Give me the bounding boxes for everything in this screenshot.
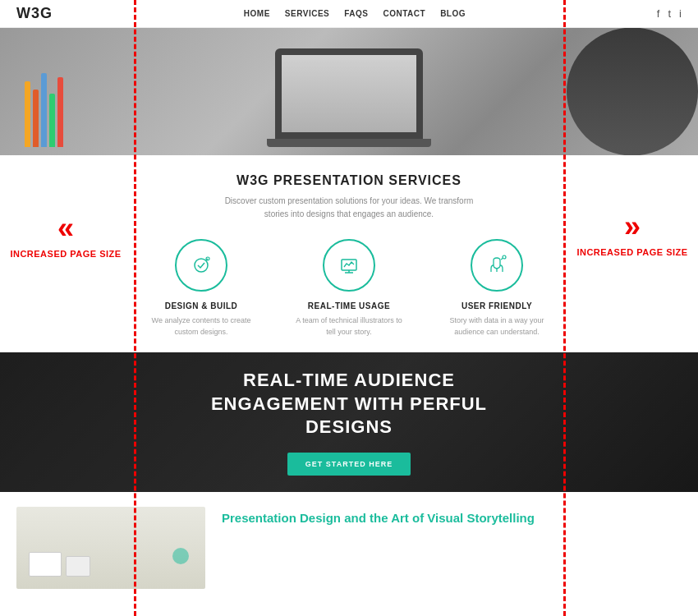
- realtime-usage-desc: A team of technical illustrators to tell…: [292, 315, 406, 338]
- hero-laptop: [267, 48, 431, 155]
- design-build-title: DESIGN & BUILD: [165, 301, 238, 310]
- userfriendly-desc: Story with data in a way your audience c…: [439, 315, 554, 338]
- hero-background: [0, 28, 698, 155]
- service-card-design: DESIGN & BUILD We analyze contents to cr…: [144, 239, 259, 338]
- blog-title: Presentation Design and the Art of Visua…: [222, 510, 682, 526]
- blog-image: [16, 507, 205, 589]
- laptop-screen: [275, 48, 423, 139]
- blog-image-object1: [29, 552, 62, 577]
- svg-point-0: [195, 259, 208, 272]
- nav-home[interactable]: HOME: [244, 9, 270, 18]
- blog-section: Presentation Design and the Art of Visua…: [0, 492, 698, 604]
- left-dashed-line: [134, 0, 136, 616]
- hero-pencils: [25, 73, 63, 147]
- services-title: W3G PRESENTATION SERVICES: [16, 173, 682, 188]
- design-build-icon: [190, 254, 213, 277]
- left-arrow-icon: «: [57, 214, 74, 243]
- realtime-usage-icon: [338, 254, 360, 277]
- design-icon-circle: [175, 239, 227, 292]
- design-build-desc: We analyze contents to create custom des…: [144, 315, 259, 338]
- facebook-icon[interactable]: f: [657, 7, 660, 20]
- blog-image-accent: [172, 548, 189, 564]
- nav-contact[interactable]: CONTACT: [383, 9, 425, 18]
- realtime-usage-title: REAL-TIME USAGE: [308, 301, 390, 310]
- nav-faqs[interactable]: FAQS: [344, 9, 368, 18]
- svg-point-7: [503, 255, 506, 259]
- dark-cta-section: REAL-TIME AUDIENCE ENGAGEMENT WITH PERFU…: [0, 352, 698, 492]
- hero-person-silhouette: [534, 28, 698, 155]
- social-icons: f t i: [657, 7, 682, 20]
- main-nav: HOME SERVICES FAQS CONTACT BLOG: [244, 9, 466, 18]
- right-dashed-line: [563, 0, 566, 616]
- laptop-base: [267, 139, 431, 147]
- right-page-size-indicator: » INCREASED PAGE SIZE: [567, 212, 698, 258]
- dark-section-title: REAL-TIME AUDIENCE ENGAGEMENT WITH PERFU…: [177, 369, 521, 439]
- twitter-icon[interactable]: t: [668, 7, 671, 20]
- site-header: W3G HOME SERVICES FAQS CONTACT BLOG f t …: [0, 0, 698, 28]
- get-started-button[interactable]: GET STARTED HERE: [287, 453, 411, 476]
- instagram-icon[interactable]: i: [679, 7, 682, 20]
- hero-section: [0, 28, 698, 155]
- right-arrow-icon: »: [624, 212, 641, 241]
- right-page-size-label: INCREASED PAGE SIZE: [576, 246, 687, 258]
- left-page-size-label: INCREASED PAGE SIZE: [10, 248, 121, 260]
- blog-text: Presentation Design and the Art of Visua…: [222, 507, 682, 530]
- site-logo: W3G: [16, 5, 53, 22]
- nav-blog[interactable]: BLOG: [440, 9, 466, 18]
- left-page-size-indicator: « INCREASED PAGE SIZE: [0, 214, 131, 260]
- realtime-icon-circle: [323, 239, 375, 292]
- services-description: Discover custom presentation solutions f…: [218, 195, 480, 221]
- userfriendly-title: USER FRIENDLY: [462, 301, 532, 310]
- service-card-realtime: REAL-TIME USAGE A team of technical illu…: [292, 239, 406, 338]
- blog-image-object2: [66, 556, 90, 577]
- user-friendly-icon: [485, 254, 508, 277]
- nav-services[interactable]: SERVICES: [285, 9, 329, 18]
- userfriendly-icon-circle: [471, 239, 523, 292]
- service-card-userfriendly: USER FRIENDLY Story with data in a way y…: [439, 239, 554, 338]
